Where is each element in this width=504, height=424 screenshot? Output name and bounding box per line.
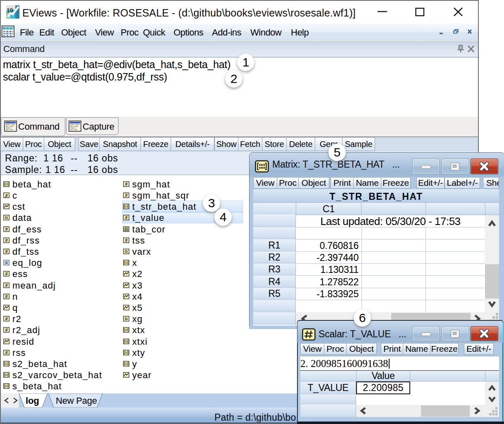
svg-text:10: 10 xyxy=(7,7,13,14)
